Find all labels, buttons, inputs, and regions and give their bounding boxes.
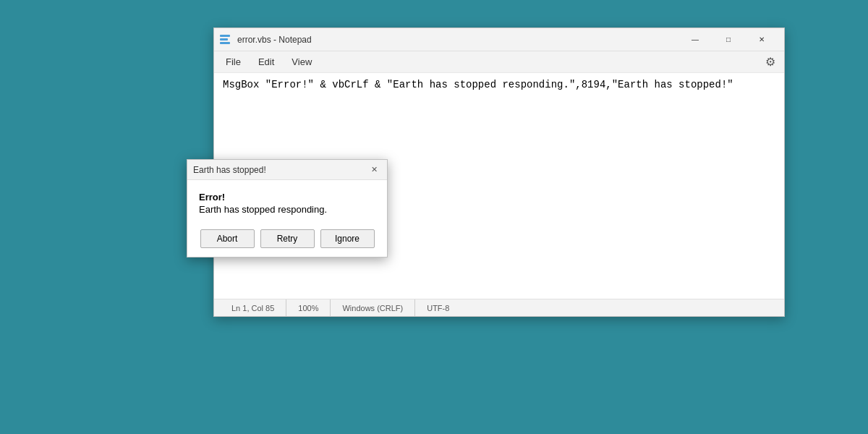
- icon-line-2: [220, 38, 228, 41]
- dialog-buttons: Abort Retry Ignore: [187, 224, 387, 257]
- icon-line-1: [220, 35, 230, 37]
- dialog-title: Earth has stopped!: [193, 165, 266, 175]
- close-button[interactable]: ✕: [745, 28, 778, 51]
- minimize-button[interactable]: —: [678, 28, 712, 51]
- menu-edit[interactable]: Edit: [250, 54, 283, 70]
- status-zoom: 100%: [286, 299, 331, 316]
- status-position: Ln 1, Col 85: [220, 299, 286, 316]
- menu-file[interactable]: File: [217, 54, 250, 70]
- dialog-message-text: Earth has stopped responding.: [199, 204, 375, 215]
- abort-button[interactable]: Abort: [200, 229, 255, 248]
- error-dialog: Earth has stopped! ✕ Error! Earth has st…: [187, 159, 388, 258]
- menu-view[interactable]: View: [283, 54, 320, 70]
- ignore-button[interactable]: Ignore: [320, 229, 375, 248]
- dialog-message-title: Error!: [199, 192, 375, 203]
- titlebar-controls: — □ ✕: [678, 28, 778, 51]
- notepad-menubar: File Edit View ⚙: [214, 51, 784, 73]
- notepad-statusbar: Ln 1, Col 85 100% Windows (CRLF) UTF-8: [214, 299, 784, 316]
- notepad-title: error.vbs - Notepad: [237, 35, 312, 45]
- status-encoding: UTF-8: [415, 299, 461, 316]
- status-line-ending: Windows (CRLF): [331, 299, 415, 316]
- maximize-button[interactable]: □: [712, 28, 745, 51]
- retry-button[interactable]: Retry: [260, 229, 315, 248]
- dialog-body: Error! Earth has stopped responding.: [187, 180, 387, 224]
- titlebar-left: error.vbs - Notepad: [220, 34, 312, 46]
- dialog-titlebar: Earth has stopped! ✕: [187, 160, 387, 180]
- notepad-app-icon: [220, 34, 231, 46]
- notepad-titlebar: error.vbs - Notepad — □ ✕: [214, 28, 784, 51]
- settings-icon[interactable]: ⚙: [760, 51, 781, 73]
- notepad-text: MsgBox "Error!" & vbCrLf & "Earth has st…: [223, 79, 733, 90]
- menu-items: File Edit View: [217, 54, 320, 70]
- dialog-close-button[interactable]: ✕: [367, 163, 381, 177]
- icon-line-3: [220, 42, 230, 44]
